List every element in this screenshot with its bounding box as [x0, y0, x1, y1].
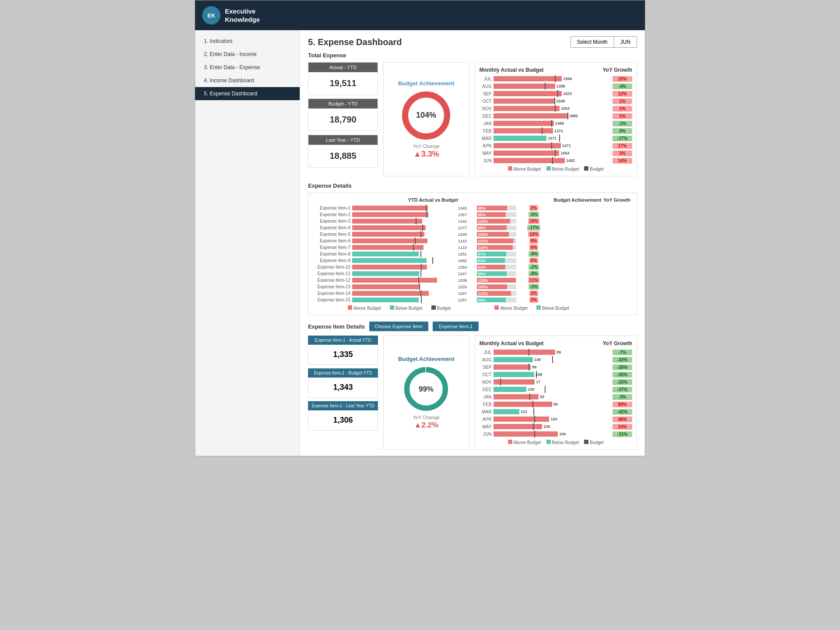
expense-row-label: Expense Item-4 — [313, 225, 352, 230]
ba-col: 98% — [472, 271, 521, 276]
logo-icon: EK — [202, 6, 220, 24]
budget-marker — [542, 127, 542, 134]
monthly-bar-row: DEC 1885 1% — [480, 113, 632, 119]
bar-area: 130 — [494, 386, 612, 392]
budget-value: 17 — [536, 380, 540, 384]
month-label: DEC — [480, 114, 492, 119]
bar-area: 1471 — [494, 143, 612, 149]
expense-actual-val: 1142 — [457, 239, 472, 243]
yoy-col: 2% — [521, 291, 547, 296]
monthly-bar-row: JAN 92 -3% — [480, 394, 632, 400]
monthly-bar-row: NOV 1554 1% — [480, 105, 632, 112]
ba-bar: 118% — [477, 245, 516, 250]
sidebar-item-expense-dashboard[interactable]: 5. Expense Dashboard — [195, 87, 300, 100]
expense-actual-val: 1249 — [457, 232, 472, 237]
budget-value: 1308 — [556, 84, 565, 88]
content-header: 5. Expense Dashboard Select Month JUN — [308, 36, 637, 48]
yoy-col: -8% — [521, 252, 547, 256]
expense-budget-marker — [421, 297, 422, 303]
sidebar-item-income-dashboard[interactable]: 4. Income Dashboard — [195, 74, 300, 87]
choose-expense-label: Choose Expense Item: — [369, 322, 428, 331]
actual-ytd-label: Actual - YTD — [308, 63, 378, 72]
budget-value: 1554 — [561, 106, 570, 111]
actual-bar — [494, 128, 553, 133]
expense-bar-area — [352, 297, 457, 303]
expense-detail-row: Expense Item-8 1251 97% -8% — [313, 251, 632, 257]
eid-gauge-title: Budget Achievement — [398, 356, 455, 362]
month-label: SEP — [480, 365, 492, 370]
budget-ytd-label: Budget - YTD — [308, 99, 378, 108]
expense-actual-val: 1357 — [457, 213, 472, 217]
eid-yoy-label: YoY Change — [413, 415, 440, 420]
expense-bar-area — [352, 277, 457, 283]
ba-bar: 97% — [477, 252, 516, 256]
expense-row-label: Expense Item-11 — [313, 271, 352, 276]
monthly-chart-header: Monthly Actual vs Budget YoY Growth — [480, 67, 632, 73]
budget-marker — [551, 120, 552, 127]
yoy-badge: -7% — [612, 350, 632, 355]
ba-pct: 99% — [478, 206, 486, 210]
month-label: JUL — [480, 77, 492, 81]
expense-actual-bar — [352, 252, 419, 256]
current-month-button[interactable]: JUN — [614, 36, 637, 48]
monthly-bar-row: APR 1471 17% — [480, 143, 632, 149]
bar-area: 89 — [494, 364, 612, 370]
actual-bar — [494, 91, 562, 96]
bar-area: 149 — [494, 357, 612, 363]
select-month-button[interactable]: Select Month — [570, 36, 614, 48]
ba-bar: 99% — [477, 206, 516, 210]
expense-row-label: Expense Item-1 — [313, 206, 352, 210]
eid-monthly-legend: Above Budget Below Budget Budget — [480, 440, 632, 445]
lastyear-ytd-label: Last Year - YTD — [308, 135, 378, 145]
bar-area: 1564 — [494, 76, 612, 82]
actual-bar — [494, 416, 550, 422]
bar-area: 92 — [494, 394, 612, 400]
actual-bar — [494, 350, 555, 355]
expense-actual-bar — [352, 298, 419, 302]
yoy-badge: 3% — [529, 297, 538, 303]
yoy-badge: -6% — [528, 212, 539, 217]
monthly-bar-row: MAY 1564 3% — [480, 150, 632, 156]
eid-yoy-value: ▲2.2% — [414, 421, 439, 430]
expense-actual-bar — [352, 212, 428, 217]
expense-bar-area — [352, 271, 457, 276]
sidebar-item-indicators[interactable]: 1. Indicators — [195, 35, 300, 48]
ba-bar: 100% — [477, 284, 516, 289]
ba-pct: 98% — [478, 226, 486, 230]
ba-pct: 94% — [478, 265, 486, 270]
chosen-item-value[interactable]: Expense Item-1 — [433, 322, 479, 331]
yoy-badge: 1% — [612, 98, 632, 104]
monthly-bar-row: JUL 89 -7% — [480, 349, 632, 355]
expense-budget-marker — [426, 205, 427, 211]
sidebar-item-expense[interactable]: 3. Enter Data - Expense — [195, 61, 300, 74]
bar-area: 100 — [494, 424, 612, 430]
budget-marker — [528, 364, 529, 371]
yoy-col: -5% — [521, 284, 547, 289]
ba-bar: 98% — [477, 271, 516, 276]
ba-bar: 95% — [477, 212, 516, 217]
expense-detail-row: Expense Item-11 1247 98% -8% — [313, 271, 632, 276]
monthly-bar-row: DEC 130 -37% — [480, 386, 632, 392]
expense-row-label: Expense Item-13 — [313, 284, 352, 289]
budget-ytd-value: 18,790 — [308, 108, 378, 131]
bar-area: 1554 — [494, 105, 612, 112]
month-label: MAR — [480, 410, 492, 414]
actual-bar — [494, 136, 546, 141]
yoy-badge: -26% — [612, 364, 632, 370]
expense-budget-marker — [413, 244, 414, 251]
actual-bar — [494, 402, 552, 407]
eid-header-bar: Expense Item Details Choose Expense Item… — [308, 322, 637, 331]
eid-actual-label: Expense Item-1 - Actual YTD — [308, 336, 378, 345]
month-label: NOV — [480, 106, 492, 111]
monthly-col1: Monthly Actual vs Budget — [480, 67, 544, 73]
monthly-legend: Above Budget Below Budget Budget — [480, 166, 632, 172]
sidebar-item-income[interactable]: 2. Enter Data - Income — [195, 48, 300, 61]
expense-row-label: Expense Item-7 — [313, 245, 352, 250]
gauge-chart: 104% — [400, 89, 452, 142]
actual-bar — [494, 424, 542, 429]
expense-actual-val: 1460 — [457, 259, 472, 263]
expense-bar-area — [352, 258, 457, 263]
app-container: EK ExecutiveKnowledge 1. Indicators 2. E… — [195, 0, 645, 456]
ba-col: 110% — [472, 219, 521, 224]
yoy-col: 6% — [521, 258, 547, 263]
